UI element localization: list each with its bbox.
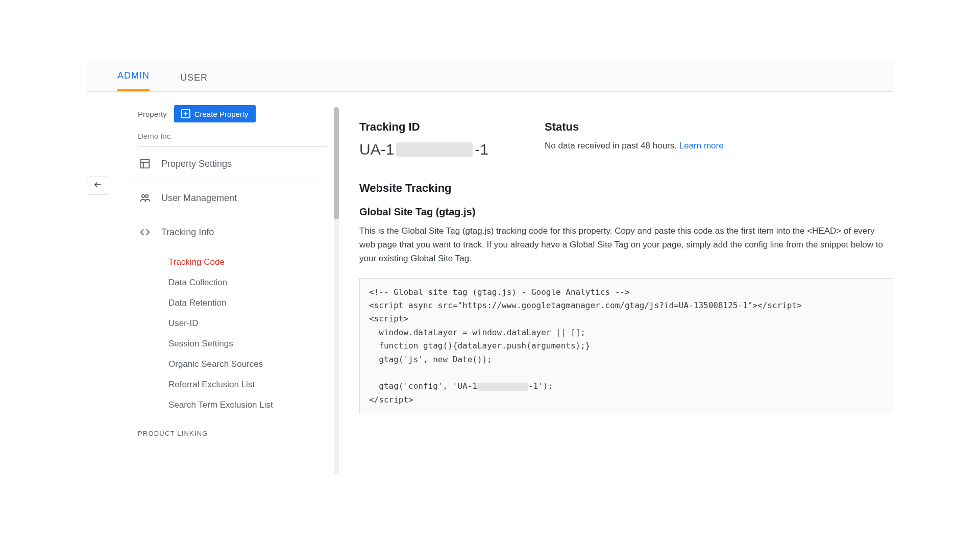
back-arrow-icon bbox=[92, 180, 104, 191]
svg-rect-0 bbox=[141, 160, 150, 168]
property-name: Demo Inc. bbox=[138, 127, 327, 147]
divider bbox=[482, 212, 893, 212]
gtag-description: This is the Global Site Tag (gtag.js) tr… bbox=[359, 224, 890, 266]
nav-property-settings[interactable]: Property Settings bbox=[122, 147, 327, 181]
code-line: <script async src="https://www.googletag… bbox=[369, 300, 802, 310]
gtag-heading: Global Site Tag (gtag.js) bbox=[359, 206, 475, 218]
tracking-id-value: UA-1 -1 bbox=[359, 141, 488, 158]
website-tracking-heading: Website Tracking bbox=[359, 182, 893, 195]
code-icon bbox=[138, 227, 152, 238]
svg-point-2 bbox=[145, 195, 149, 198]
code-line: window.dataLayer = window.dataLayer || [… bbox=[369, 328, 585, 337]
status-label: Status bbox=[545, 120, 724, 134]
code-redacted bbox=[477, 383, 528, 391]
code-line: gtag('js', new Date()); bbox=[369, 355, 492, 364]
svg-point-1 bbox=[142, 195, 145, 198]
main-content: Tracking ID UA-1 -1 Status No data recei… bbox=[332, 105, 893, 437]
status-block: Status No data received in past 48 hours… bbox=[545, 120, 724, 158]
top-tabs: ADMIN USER bbox=[87, 61, 893, 92]
sub-organic-search[interactable]: Organic Search Sources bbox=[168, 354, 332, 374]
code-line: function gtag(){dataLayer.push(arguments… bbox=[369, 341, 590, 350]
tab-user[interactable]: USER bbox=[180, 63, 208, 91]
learn-more-link[interactable]: Learn more bbox=[679, 141, 724, 151]
tracking-id-label: Tracking ID bbox=[359, 120, 488, 134]
sub-referral-exclusion[interactable]: Referral Exclusion List bbox=[168, 374, 332, 395]
sub-user-id[interactable]: User-ID bbox=[168, 313, 332, 334]
code-line: -1'); bbox=[528, 381, 553, 391]
tracking-id-block: Tracking ID UA-1 -1 bbox=[359, 120, 488, 158]
nav-label: Tracking Info bbox=[161, 227, 214, 238]
gtag-code-snippet[interactable]: <!-- Global site tag (gtag.js) - Google … bbox=[359, 278, 893, 415]
layout-icon bbox=[138, 158, 152, 169]
status-text: No data received in past 48 hours. Learn… bbox=[545, 141, 724, 151]
sub-data-retention[interactable]: Data Retention bbox=[168, 293, 332, 313]
nav-label: User Management bbox=[161, 193, 237, 204]
create-property-label: Create Property bbox=[194, 110, 249, 118]
code-line: <script> bbox=[369, 314, 408, 323]
nav-tracking-info[interactable]: Tracking Info bbox=[122, 215, 327, 249]
tracking-info-submenu: Tracking Code Data Collection Data Reten… bbox=[168, 249, 332, 415]
nav-label: Property Settings bbox=[161, 159, 232, 169]
sub-session-settings[interactable]: Session Settings bbox=[168, 334, 332, 354]
property-label: Property bbox=[138, 110, 167, 118]
tracking-id-suffix: -1 bbox=[475, 141, 488, 158]
tracking-id-redacted bbox=[396, 142, 473, 157]
code-line: <!-- Global site tag (gtag.js) - Google … bbox=[369, 287, 630, 297]
sidebar-scrollbar-thumb[interactable] bbox=[334, 107, 339, 219]
code-line: </script> bbox=[369, 395, 413, 405]
tab-admin[interactable]: ADMIN bbox=[117, 61, 150, 91]
nav-user-management[interactable]: User Management bbox=[122, 181, 327, 215]
sub-data-collection[interactable]: Data Collection bbox=[168, 272, 332, 293]
sub-tracking-code[interactable]: Tracking Code bbox=[168, 252, 332, 272]
property-sidebar: Property + Create Property Demo Inc. Pro… bbox=[122, 105, 332, 437]
sidebar-scrollbar[interactable] bbox=[334, 107, 339, 474]
sub-search-term-exclusion[interactable]: Search Term Exclusion List bbox=[168, 395, 332, 415]
back-button[interactable] bbox=[87, 177, 109, 195]
users-icon bbox=[138, 192, 152, 204]
create-property-button[interactable]: + Create Property bbox=[174, 105, 256, 122]
plus-icon: + bbox=[181, 109, 190, 118]
code-line: gtag('config', 'UA-1 bbox=[369, 381, 477, 391]
tracking-id-prefix: UA-1 bbox=[359, 141, 394, 158]
product-linking-header: PRODUCT LINKING bbox=[122, 415, 332, 437]
status-message: No data received in past 48 hours. bbox=[545, 141, 679, 151]
